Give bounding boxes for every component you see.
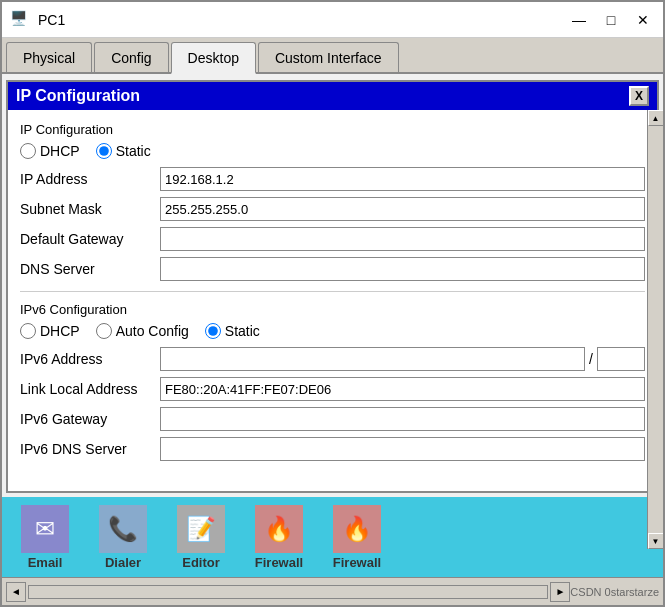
dock-item-dialer[interactable]: 📞 Dialer [88, 505, 158, 570]
default-gateway-input[interactable] [160, 227, 645, 251]
dns-server-label: DNS Server [20, 261, 160, 277]
ipv4-section-label: IP Configuration [20, 122, 645, 137]
ipv6-dhcp-option[interactable]: DHCP [20, 323, 80, 339]
ip-config-close-button[interactable]: X [629, 86, 649, 106]
subnet-mask-input[interactable] [160, 197, 645, 221]
dock-item-firewall2[interactable]: 🔥 Firewall [322, 505, 392, 570]
ipv6-gateway-row: IPv6 Gateway [20, 407, 645, 431]
scroll-down-button[interactable]: ▼ [648, 533, 664, 549]
ipv6-auto-label: Auto Config [116, 323, 189, 339]
maximize-button[interactable]: □ [599, 8, 623, 32]
default-gateway-label: Default Gateway [20, 231, 160, 247]
static-option[interactable]: Static [96, 143, 151, 159]
ipv6-gateway-input[interactable] [160, 407, 645, 431]
ip-config-title: IP Configuration [16, 87, 140, 105]
ip-address-input[interactable] [160, 167, 645, 191]
default-gateway-row: Default Gateway [20, 227, 645, 251]
window-controls: — □ ✕ [567, 8, 655, 32]
ip-address-label: IP Address [20, 171, 160, 187]
ipv6-auto-radio[interactable] [96, 323, 112, 339]
dhcp-option[interactable]: DHCP [20, 143, 80, 159]
bottom-dock: ✉ Email 📞 Dialer 📝 Editor 🔥 Fi [2, 497, 663, 577]
tab-bar: Physical Config Desktop Custom Interface [2, 38, 663, 74]
ipv6-gateway-label: IPv6 Gateway [20, 411, 160, 427]
scrollbar: ▲ ▼ [647, 110, 663, 549]
editor-icon: 📝 [177, 505, 225, 553]
status-bar: ◄ ► CSDN 0starstarze [2, 577, 663, 605]
link-local-label: Link Local Address [20, 381, 160, 397]
firewall2-label: Firewall [333, 555, 381, 570]
ipv6-static-radio[interactable] [205, 323, 221, 339]
tab-physical[interactable]: Physical [6, 42, 92, 72]
email-icon: ✉ [21, 505, 69, 553]
ipv6-address-inputs: / [160, 347, 645, 371]
ipv6-dhcp-radio[interactable] [20, 323, 36, 339]
email-label: Email [28, 555, 63, 570]
app-icon: 🖥️ [10, 10, 30, 30]
close-button[interactable]: ✕ [631, 8, 655, 32]
scroll-thumb [28, 585, 548, 599]
slash-separator: / [587, 351, 595, 367]
ipv6-dhcp-label: DHCP [40, 323, 80, 339]
ipv6-section-label: IPv6 Configuration [20, 302, 645, 317]
scroll-right-button[interactable]: ► [550, 582, 570, 602]
main-content: IP Configuration X IP Configuration DHCP… [2, 74, 663, 577]
firewall1-icon: 🔥 [255, 505, 303, 553]
scroll-left-button[interactable]: ◄ [6, 582, 26, 602]
ip-config-panel: IP Configuration X IP Configuration DHCP… [6, 80, 659, 493]
dialer-label: Dialer [105, 555, 141, 570]
ipv6-address-row: IPv6 Address / [20, 347, 645, 371]
ipv6-static-label: Static [225, 323, 260, 339]
scroll-up-button[interactable]: ▲ [648, 110, 664, 126]
minimize-button[interactable]: — [567, 8, 591, 32]
static-label: Static [116, 143, 151, 159]
watermark: CSDN 0starstarze [570, 586, 659, 598]
ipv6-address-label: IPv6 Address [20, 351, 160, 367]
ip-address-row: IP Address [20, 167, 645, 191]
ipv6-dns-input[interactable] [160, 437, 645, 461]
dock-item-firewall1[interactable]: 🔥 Firewall [244, 505, 314, 570]
tab-desktop[interactable]: Desktop [171, 42, 256, 74]
tab-config[interactable]: Config [94, 42, 168, 72]
ipv6-prefix-input[interactable] [597, 347, 645, 371]
editor-label: Editor [182, 555, 220, 570]
link-local-input[interactable] [160, 377, 645, 401]
window-title: PC1 [38, 12, 567, 28]
ipv6-address-input[interactable] [160, 347, 585, 371]
dhcp-label: DHCP [40, 143, 80, 159]
link-local-row: Link Local Address [20, 377, 645, 401]
dns-server-input[interactable] [160, 257, 645, 281]
ip-config-header: IP Configuration X [8, 82, 657, 110]
dialer-icon: 📞 [99, 505, 147, 553]
title-bar: 🖥️ PC1 — □ ✕ [2, 2, 663, 38]
subnet-mask-label: Subnet Mask [20, 201, 160, 217]
ipv6-auto-option[interactable]: Auto Config [96, 323, 189, 339]
dhcp-radio[interactable] [20, 143, 36, 159]
section-divider [20, 291, 645, 292]
subnet-mask-row: Subnet Mask [20, 197, 645, 221]
main-window: 🖥️ PC1 — □ ✕ Physical Config Desktop Cus… [0, 0, 665, 607]
ipv6-dns-row: IPv6 DNS Server [20, 437, 645, 461]
ip-config-body: IP Configuration DHCP Static IP Address [8, 110, 657, 475]
firewall1-label: Firewall [255, 555, 303, 570]
ipv4-mode-row: DHCP Static [20, 143, 645, 159]
ipv6-static-option[interactable]: Static [205, 323, 260, 339]
ipv6-dns-label: IPv6 DNS Server [20, 441, 160, 457]
ipv6-mode-row: DHCP Auto Config Static [20, 323, 645, 339]
firewall2-icon: 🔥 [333, 505, 381, 553]
tab-custom-interface[interactable]: Custom Interface [258, 42, 399, 72]
dock-item-editor[interactable]: 📝 Editor [166, 505, 236, 570]
static-radio[interactable] [96, 143, 112, 159]
dns-server-row: DNS Server [20, 257, 645, 281]
dock-item-email[interactable]: ✉ Email [10, 505, 80, 570]
